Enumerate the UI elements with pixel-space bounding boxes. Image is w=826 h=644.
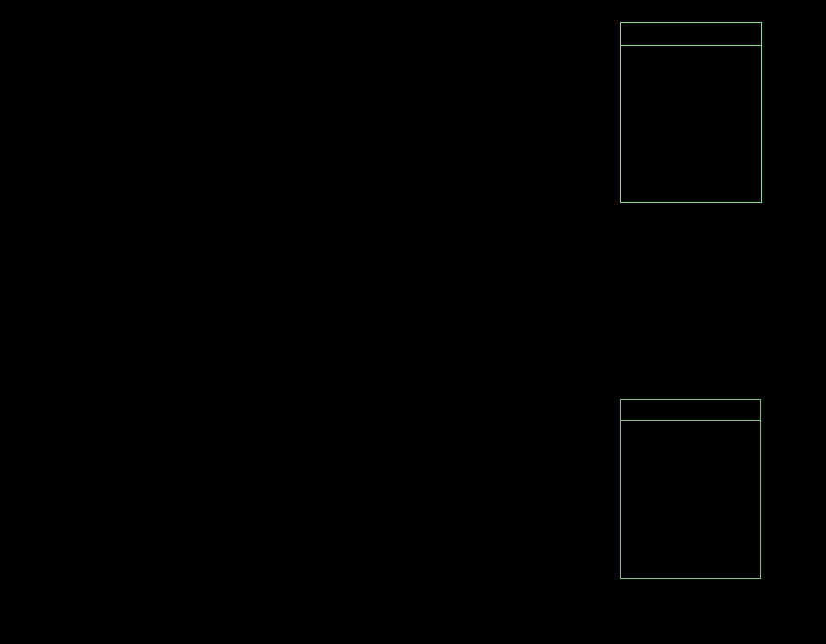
autoscala-table-rows — [621, 46, 761, 202]
autoscala-table-header — [621, 23, 761, 46]
aip-table-header — [620, 399, 761, 421]
autoscala-table — [620, 22, 762, 203]
autoscala-screen — [0, 0, 826, 644]
